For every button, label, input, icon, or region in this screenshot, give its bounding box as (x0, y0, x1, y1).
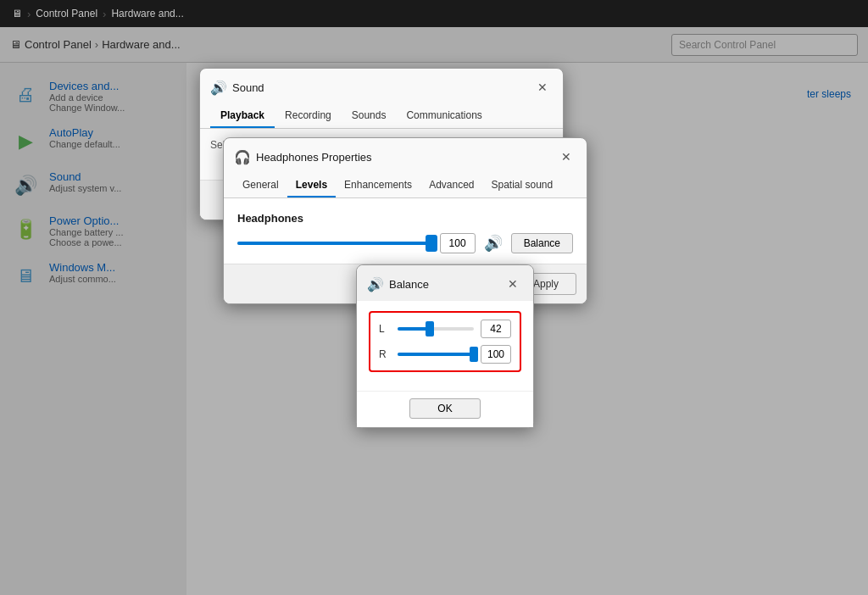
sound-titlebar: 🔊 Sound ✕ (200, 69, 563, 104)
balance-dialog-title: Balance (389, 278, 429, 291)
tab-playback[interactable]: Playback (210, 104, 275, 128)
balance-ok-button[interactable]: OK (409, 398, 480, 419)
sound-tabs: Playback Recording Sounds Communications (200, 104, 563, 129)
taskbar: 🖥 › Control Panel › Hardware and... (0, 0, 868, 27)
bal-label-l: L (379, 323, 391, 335)
hp-balance-button[interactable]: Balance (511, 233, 573, 253)
tab-spatial-sound[interactable]: Spatial sound (483, 174, 562, 197)
tab-advanced[interactable]: Advanced (420, 174, 482, 197)
hp-volume-value[interactable]: 100 (440, 233, 476, 253)
balance-row-r: R 100 (379, 345, 511, 364)
balance-titlebar: 🔊 Balance ✕ (357, 265, 533, 301)
tab-general[interactable]: General (234, 174, 287, 197)
sound-dialog-title: Sound (232, 81, 264, 94)
taskbar-hw[interactable]: Hardware and... (106, 8, 188, 19)
hp-volume-slider[interactable] (237, 242, 431, 245)
taskbar-cp[interactable]: Control Panel (31, 8, 103, 19)
tab-enhancements[interactable]: Enhancements (336, 174, 420, 197)
balance-footer: OK (357, 391, 533, 427)
taskbar-icon: 🖥 (7, 8, 27, 19)
tab-recording[interactable]: Recording (275, 104, 342, 128)
balance-rows: L 42 R 100 (369, 311, 521, 372)
tab-sounds[interactable]: Sounds (342, 104, 397, 128)
control-panel-bg: 🖥 Control Panel › Hardware and... Search… (0, 27, 868, 595)
sound-dialog-icon: 🔊 (210, 80, 225, 95)
bal-value-r[interactable]: 100 (481, 345, 511, 364)
balance-close-button[interactable]: ✕ (503, 274, 523, 294)
hp-title-left: 🎧 Headphones Properties (234, 149, 372, 164)
hp-dialog-title: Headphones Properties (256, 151, 372, 164)
balance-row-l: L 42 (379, 320, 511, 338)
bal-value-l[interactable]: 42 (481, 320, 511, 338)
balance-dialog-icon: 🔊 (367, 276, 382, 292)
hp-slider-row: 100 🔊 Balance (237, 233, 573, 253)
balance-dialog: 🔊 Balance ✕ L 42 R (356, 264, 534, 428)
bal-label-r: R (379, 348, 391, 360)
tab-communications[interactable]: Communications (396, 104, 492, 128)
hp-content: Headphones 100 🔊 Balance (224, 198, 587, 264)
tab-levels[interactable]: Levels (287, 174, 336, 197)
hp-channel-label: Headphones (237, 212, 573, 225)
bal-slider-r[interactable] (398, 353, 474, 356)
hp-titlebar: 🎧 Headphones Properties ✕ (224, 138, 587, 174)
hp-dialog-icon: 🎧 (234, 149, 249, 164)
bal-slider-l[interactable] (398, 327, 474, 331)
balance-content: L 42 R 100 (357, 301, 533, 391)
hp-mute-icon[interactable]: 🔊 (484, 234, 503, 253)
balance-title-left: 🔊 Balance (367, 276, 429, 292)
sound-title-left: 🔊 Sound (210, 80, 264, 95)
hp-close-button[interactable]: ✕ (556, 147, 576, 167)
hp-tabs: General Levels Enhancements Advanced Spa… (224, 174, 587, 198)
sound-close-button[interactable]: ✕ (532, 77, 553, 97)
